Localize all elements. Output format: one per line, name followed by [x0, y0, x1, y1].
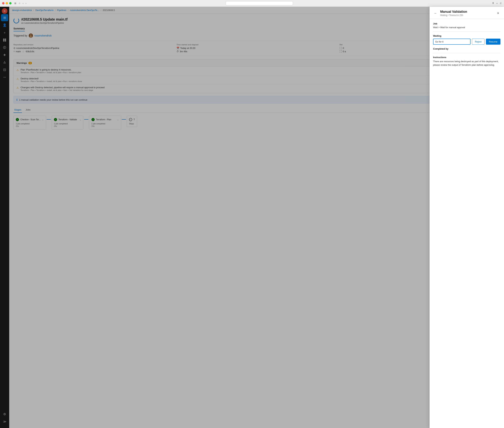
- instructions-label: Instructions: [433, 56, 500, 59]
- job-section-label: Job: [433, 22, 500, 25]
- panel-divider-1: [433, 32, 500, 32]
- panel-subtitle: Waiting • Timeout in 23h: [440, 14, 493, 16]
- url-input[interactable]: dev.azure.com/devops-mckendrick/DevOpsTe…: [226, 1, 293, 6]
- waiting-input-group: Reject Resume: [433, 39, 500, 45]
- panel-back-button[interactable]: ←: [433, 11, 438, 16]
- address-bar: dev.azure.com/devops-mckendrick/DevOpsTe…: [28, 1, 491, 6]
- share-icon[interactable]: ⬆: [492, 2, 494, 5]
- title-bar: ⊞ ☆ ‹ › dev.azure.com/devops-mckendrick/…: [0, 0, 504, 7]
- close-window-button[interactable]: [2, 2, 4, 4]
- instructions-text: There are resources being destroyed as p…: [433, 60, 500, 67]
- reject-button[interactable]: Reject: [472, 39, 485, 45]
- star-icon[interactable]: ☆: [18, 2, 21, 5]
- waiting-comment-input[interactable]: [433, 39, 471, 45]
- panel-divider-2: [433, 53, 500, 53]
- panel-title: Manual Validation: [440, 10, 493, 14]
- modal-overlay[interactable]: [0, 7, 504, 428]
- title-bar-actions: ⬆ ＋ ⊏: [492, 2, 502, 5]
- title-bar-nav-icons: ⊞ ☆ ‹ ›: [14, 2, 26, 5]
- fullscreen-window-button[interactable]: [9, 2, 11, 4]
- back-button[interactable]: ‹: [23, 2, 23, 5]
- panel-header: ← Manual Validation Waiting • Timeout in…: [430, 7, 504, 19]
- waiting-section-label: Waiting: [433, 34, 500, 37]
- grid-icon[interactable]: ⊞: [14, 2, 16, 5]
- forward-button[interactable]: ›: [25, 2, 26, 5]
- sidebar-toggle-icon[interactable]: ⊏: [500, 2, 502, 5]
- minimize-window-button[interactable]: [6, 2, 8, 4]
- completed-by-label: Completed by: [433, 48, 500, 50]
- panel-body: Job Wait > Wait for manual appoval Waiti…: [430, 19, 504, 428]
- traffic-lights: [2, 2, 11, 4]
- job-value: Wait > Wait for manual appoval: [433, 26, 500, 29]
- validation-panel: ← Manual Validation Waiting • Timeout in…: [430, 7, 504, 428]
- resume-button[interactable]: Resume: [486, 39, 500, 45]
- panel-close-button[interactable]: ✕: [496, 11, 500, 16]
- new-tab-icon[interactable]: ＋: [496, 2, 498, 5]
- panel-title-group: Manual Validation Waiting • Timeout in 2…: [440, 10, 493, 16]
